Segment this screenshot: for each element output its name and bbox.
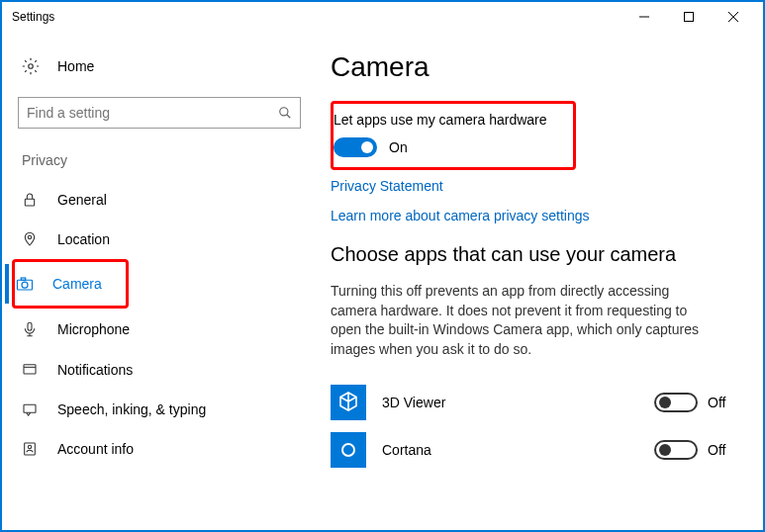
sidebar-item-label: Notifications [57, 362, 133, 378]
learn-more-link[interactable]: Learn more about camera privacy settings [331, 208, 733, 223]
app-name: Cortana [382, 442, 654, 458]
sidebar-item-camera[interactable]: Camera [5, 264, 126, 304]
highlight-camera-nav: Camera [12, 259, 129, 309]
svg-point-17 [342, 444, 354, 456]
app-row-3d-viewer: 3D Viewer Off [331, 379, 733, 426]
lock-icon [20, 192, 40, 208]
svg-point-8 [28, 235, 31, 238]
master-toggle-label: Let apps use my camera hardware [334, 112, 563, 128]
app-toggle-state: Off [708, 395, 733, 410]
choose-apps-heading: Choose apps that can use your camera [331, 243, 733, 266]
settings-window: Settings Home [0, 0, 765, 532]
app-row-cortana: Cortana Off [331, 426, 733, 474]
svg-line-6 [287, 115, 291, 119]
window-title: Settings [10, 10, 622, 24]
search-icon [278, 106, 292, 120]
sidebar-item-location[interactable]: Location [16, 220, 311, 259]
3d-viewer-icon [331, 385, 366, 420]
sidebar-item-account[interactable]: Account info [16, 429, 311, 469]
sidebar-item-label: Camera [52, 276, 102, 292]
content-area: Home Privacy General Location [2, 32, 763, 530]
master-toggle-state: On [389, 139, 408, 155]
svg-rect-7 [25, 199, 34, 206]
sidebar-item-label: Microphone [57, 321, 130, 337]
location-icon [20, 231, 40, 247]
sidebar-item-label: General [57, 192, 107, 208]
page-title: Camera [331, 51, 733, 83]
svg-rect-14 [24, 404, 36, 412]
app-name: 3D Viewer [382, 395, 654, 410]
search-field[interactable] [27, 105, 278, 121]
search-input[interactable] [18, 97, 301, 129]
sidebar-item-notifications[interactable]: Notifications [16, 350, 311, 390]
app-toggle-state: Off [708, 442, 733, 458]
privacy-statement-link[interactable]: Privacy Statement [331, 178, 733, 194]
window-controls [622, 3, 755, 31]
svg-rect-11 [21, 278, 26, 280]
account-icon [20, 441, 40, 457]
sidebar-item-label: Speech, inking, & typing [57, 401, 206, 417]
svg-rect-1 [684, 13, 693, 22]
svg-rect-12 [28, 322, 32, 330]
master-toggle[interactable] [334, 137, 377, 157]
sidebar-item-label: Account info [57, 441, 134, 457]
sidebar-item-general[interactable]: General [16, 180, 311, 220]
section-label: Privacy [18, 152, 311, 168]
master-toggle-row: On [334, 137, 563, 157]
maximize-button[interactable] [666, 3, 711, 31]
camera-icon [15, 277, 35, 291]
highlight-master-toggle: Let apps use my camera hardware On [331, 101, 576, 170]
close-button[interactable] [711, 3, 755, 31]
speech-icon [20, 401, 40, 417]
svg-point-4 [29, 64, 34, 69]
sidebar-item-microphone[interactable]: Microphone [16, 309, 311, 350]
cortana-icon [331, 432, 366, 468]
svg-point-5 [280, 108, 288, 116]
gear-icon [22, 57, 42, 75]
titlebar: Settings [2, 2, 763, 32]
svg-point-10 [22, 282, 28, 288]
home-button[interactable]: Home [18, 51, 311, 81]
minimize-button[interactable] [622, 3, 666, 31]
main-panel: Camera Let apps use my camera hardware O… [327, 32, 763, 530]
microphone-icon [20, 320, 40, 338]
svg-rect-13 [24, 365, 36, 374]
app-toggle-3d-viewer[interactable] [654, 393, 698, 412]
app-toggle-cortana[interactable] [654, 440, 698, 460]
svg-point-16 [28, 445, 31, 448]
sidebar-item-speech[interactable]: Speech, inking, & typing [16, 390, 311, 429]
notifications-icon [20, 362, 40, 378]
sidebar-item-label: Location [57, 231, 110, 247]
home-label: Home [57, 58, 94, 74]
sidebar: Home Privacy General Location [2, 32, 327, 530]
choose-apps-description: Turning this off prevents an app from di… [331, 282, 707, 359]
